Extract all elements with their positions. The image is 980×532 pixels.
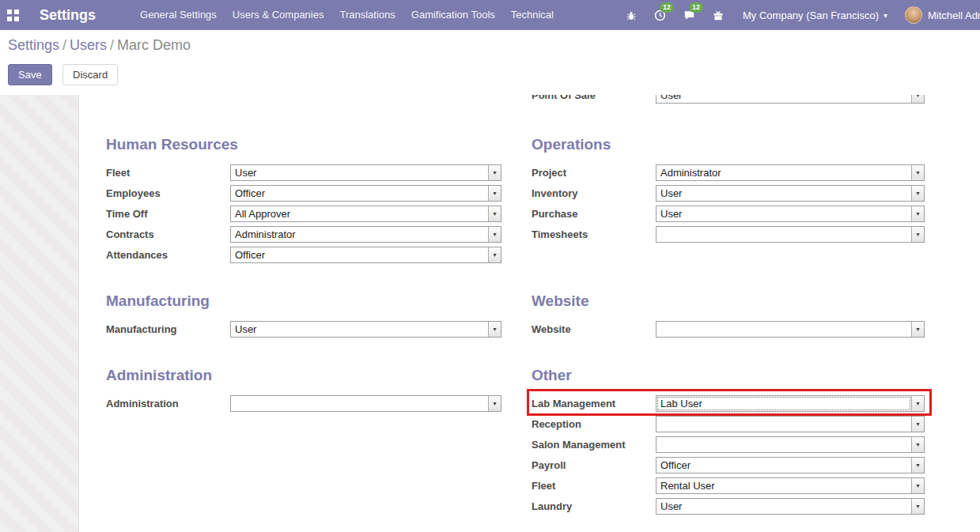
field-label-salon-management: Salon Management bbox=[532, 439, 656, 451]
sheet-left-margin bbox=[0, 95, 79, 532]
form-rel: Human ResourcesFleetUser▼EmployeesOffice… bbox=[106, 95, 925, 519]
select-value: User bbox=[656, 499, 911, 514]
chevron-down-icon[interactable]: ▼ bbox=[911, 458, 924, 473]
chevron-down-icon[interactable]: ▼ bbox=[911, 206, 924, 221]
field-row-timesheets: Timesheets▼ bbox=[532, 226, 925, 243]
select-project[interactable]: Administrator▼ bbox=[656, 164, 925, 181]
menu-item-gamification-tools[interactable]: Gamification Tools bbox=[403, 0, 503, 30]
chevron-down-icon[interactable]: ▼ bbox=[911, 437, 924, 452]
select-time-off[interactable]: All Approver▼ bbox=[230, 206, 501, 222]
select-lab-management[interactable]: Lab User▼ bbox=[656, 395, 925, 412]
systray: 12 12 My Company (San Francisco) ▾ Mitch… bbox=[617, 0, 980, 30]
chevron-down-icon[interactable]: ▼ bbox=[488, 206, 501, 221]
chevron-down-icon[interactable]: ▼ bbox=[488, 165, 501, 180]
chevron-down-icon[interactable]: ▼ bbox=[911, 478, 924, 493]
field-row-manufacturing: ManufacturingUser▼ bbox=[106, 321, 501, 338]
select-administration[interactable]: ▼ bbox=[230, 395, 501, 412]
chevron-down-icon[interactable]: ▼ bbox=[911, 186, 924, 201]
field-label-administration: Administration bbox=[106, 398, 230, 409]
section-other: OtherLab ManagementLab User▼Reception▼Sa… bbox=[532, 367, 925, 519]
menu-item-general-settings[interactable]: General Settings bbox=[132, 0, 225, 30]
debug-bug-icon[interactable] bbox=[617, 0, 645, 30]
section-title-other: Other bbox=[532, 367, 925, 384]
messages-menu[interactable]: 12 bbox=[675, 0, 704, 30]
select-timesheets[interactable]: ▼ bbox=[656, 226, 925, 243]
field-row-fleet: FleetRental User▼ bbox=[532, 477, 925, 494]
select-laundry[interactable]: User▼ bbox=[656, 498, 925, 515]
menu-item-technical[interactable]: Technical bbox=[503, 0, 562, 30]
breadcrumb-link-settings[interactable]: Settings bbox=[8, 37, 59, 53]
chevron-down-icon[interactable]: ▼ bbox=[488, 186, 501, 201]
breadcrumb-current: Marc Demo bbox=[117, 37, 191, 53]
select-payroll[interactable]: Officer▼ bbox=[656, 457, 925, 474]
field-row-purchase: PurchaseUser▼ bbox=[532, 206, 925, 222]
field-row-fleet: FleetUser▼ bbox=[106, 164, 501, 181]
select-salon-management[interactable]: ▼ bbox=[656, 436, 925, 453]
field-row-reception: Reception▼ bbox=[532, 416, 925, 432]
menu-item-translations[interactable]: Translations bbox=[331, 0, 403, 30]
user-menu[interactable]: Mitchell Admin bbox=[898, 6, 980, 24]
field-label-manufacturing: Manufacturing bbox=[106, 323, 230, 335]
field-label-time-off: Time Off bbox=[106, 208, 230, 220]
field-label-inventory: Inventory bbox=[532, 187, 656, 199]
chevron-down-icon[interactable]: ▼ bbox=[911, 227, 924, 242]
activities-menu[interactable]: 12 bbox=[645, 0, 675, 30]
menu-item-users-companies[interactable]: Users & Companies bbox=[225, 0, 332, 30]
chevron-down-icon[interactable]: ▼ bbox=[911, 396, 924, 411]
select-contracts[interactable]: Administrator▼ bbox=[230, 226, 501, 243]
select-value bbox=[656, 417, 911, 432]
select-purchase[interactable]: User▼ bbox=[656, 206, 925, 222]
field-row-point-of-sale: Point Of SaleUser▼ bbox=[532, 95, 925, 104]
select-manufacturing[interactable]: User▼ bbox=[230, 321, 501, 338]
gift-icon bbox=[713, 9, 724, 21]
select-value: Officer bbox=[231, 186, 488, 201]
form-grid: Human ResourcesFleetUser▼EmployeesOffice… bbox=[106, 95, 925, 519]
select-attendances[interactable]: Officer▼ bbox=[230, 247, 501, 263]
field-label-timesheets: Timesheets bbox=[532, 228, 656, 240]
chevron-down-icon[interactable]: ▼ bbox=[488, 247, 501, 262]
app-title[interactable]: Settings bbox=[40, 7, 96, 24]
company-menu[interactable]: My Company (San Francisco) ▾ bbox=[732, 9, 898, 21]
select-value: Administrator bbox=[656, 165, 911, 180]
chevron-down-icon[interactable]: ▼ bbox=[488, 322, 501, 337]
apps-square bbox=[7, 9, 12, 14]
select-value: Officer bbox=[231, 247, 488, 262]
chevron-down-icon[interactable]: ▼ bbox=[911, 322, 924, 337]
section-title-website: Website bbox=[532, 292, 925, 310]
chevron-down-icon[interactable]: ▼ bbox=[488, 227, 501, 242]
field-label-reception: Reception bbox=[532, 418, 656, 430]
field-row-time-off: Time OffAll Approver▼ bbox=[106, 206, 501, 222]
user-name: Mitchell Admin bbox=[928, 9, 980, 21]
chevron-down-icon[interactable]: ▼ bbox=[488, 396, 501, 411]
select-value bbox=[656, 437, 911, 452]
chevron-down-icon[interactable]: ▼ bbox=[911, 417, 924, 432]
discard-button[interactable]: Discard bbox=[62, 64, 118, 85]
select-employees[interactable]: Officer▼ bbox=[230, 185, 501, 202]
section-administration: AdministrationAdministration▼ bbox=[106, 367, 501, 519]
field-row-lab-management: Lab ManagementLab User▼ bbox=[532, 395, 925, 412]
apps-square bbox=[14, 17, 19, 21]
apps-menu-icon[interactable] bbox=[7, 9, 19, 21]
select-fleet[interactable]: User▼ bbox=[230, 164, 501, 181]
field-row-payroll: PayrollOfficer▼ bbox=[532, 457, 925, 474]
chevron-down-icon[interactable]: ▼ bbox=[911, 499, 924, 514]
section-human-resources: Human ResourcesFleetUser▼EmployeesOffice… bbox=[106, 136, 501, 267]
chevron-down-icon[interactable]: ▼ bbox=[911, 95, 924, 103]
breadcrumb-link-users[interactable]: Users bbox=[70, 37, 107, 53]
breadcrumb-separator: / bbox=[110, 37, 114, 53]
select-reception[interactable]: ▼ bbox=[656, 416, 925, 432]
field-row-attendances: AttendancesOfficer▼ bbox=[106, 247, 501, 263]
select-fleet[interactable]: Rental User▼ bbox=[656, 477, 925, 494]
save-button[interactable]: Save bbox=[8, 64, 52, 85]
section-title-operations: Operations bbox=[532, 136, 925, 153]
field-row-project: ProjectAdministrator▼ bbox=[532, 164, 925, 181]
section-operations: OperationsProjectAdministrator▼Inventory… bbox=[532, 136, 925, 267]
field-label-fleet: Fleet bbox=[532, 480, 656, 492]
select-inventory[interactable]: User▼ bbox=[656, 185, 925, 202]
chevron-down-icon[interactable]: ▼ bbox=[911, 165, 924, 180]
select-website[interactable]: ▼ bbox=[656, 321, 925, 338]
rewards-menu[interactable] bbox=[704, 0, 732, 30]
field-row-employees: EmployeesOfficer▼ bbox=[106, 185, 501, 202]
select-point-of-sale[interactable]: User▼ bbox=[656, 95, 925, 104]
field-label-employees: Employees bbox=[106, 187, 230, 199]
